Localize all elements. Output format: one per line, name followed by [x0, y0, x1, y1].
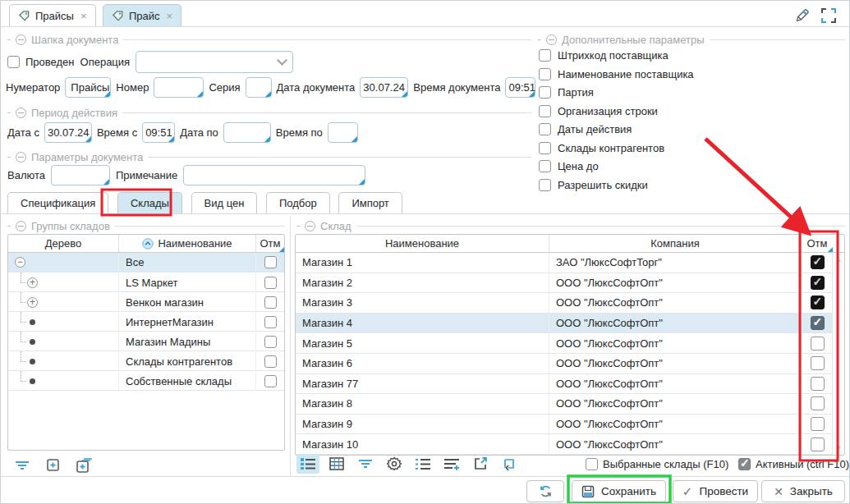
vertical-scrollbar[interactable]: ▲ ▼ [832, 253, 844, 455]
expand-node-icon[interactable] [42, 456, 65, 475]
table-row[interactable]: Магазин 8ООО "ЛюксСофтОпт" [296, 394, 844, 415]
checkbox[interactable] [811, 255, 825, 269]
table-row[interactable]: Магазин 6ООО "ЛюксСофтОпт" [296, 354, 844, 374]
table-row[interactable]: Магазин 4ООО "ЛюксСофтОпт" [296, 314, 844, 334]
option-row[interactable]: Склады контрагентов [539, 142, 694, 154]
open-external-icon[interactable] [469, 454, 492, 474]
tab-vid-cen[interactable]: Вид цен [191, 192, 258, 213]
checkbox[interactable] [811, 377, 825, 391]
checkbox[interactable] [811, 337, 825, 351]
table-row[interactable]: Магазин 10ООО "ЛюксСофтОпт" [296, 434, 844, 455]
currency-field[interactable] [51, 165, 110, 186]
table-row[interactable]: Собственные склады [8, 371, 284, 391]
checkbox[interactable] [811, 356, 825, 370]
option-row[interactable]: Партия [539, 86, 694, 99]
checkbox[interactable] [811, 276, 825, 290]
tab-specifikaciya[interactable]: Спецификация [7, 192, 108, 213]
time-to-field[interactable] [328, 122, 358, 143]
close-button[interactable]: ✕ Закрыть [761, 480, 845, 502]
checkbox[interactable] [539, 105, 551, 117]
list-view-icon[interactable] [296, 454, 319, 474]
checkbox[interactable] [811, 417, 825, 431]
checkbox[interactable] [738, 458, 751, 470]
tab-sklady[interactable]: Склады [117, 192, 182, 213]
column-header-otm[interactable]: Отм [802, 235, 833, 252]
option-row[interactable]: Даты действия [539, 123, 694, 135]
operation-select[interactable] [136, 51, 293, 73]
note-field[interactable] [183, 165, 365, 186]
option-row[interactable]: Разрешить скидки [539, 179, 694, 191]
grid-view-icon[interactable] [325, 454, 348, 474]
table-row[interactable]: Магазин 3ООО "ЛюксСофтОпт" [296, 293, 844, 314]
checkbox[interactable] [264, 296, 277, 309]
expand-node-icon[interactable] [27, 277, 38, 288]
active-option[interactable]: Активный (ctrl F10) [738, 458, 849, 470]
post-button[interactable]: ✓ Провести [673, 480, 758, 502]
column-header-name[interactable]: Наименование [296, 235, 549, 252]
numerator-field[interactable]: Прайсы [65, 77, 111, 98]
collapse-node-icon[interactable] [15, 257, 25, 268]
collapse-icon[interactable] [16, 221, 26, 231]
table-row[interactable]: ИнтернетМагазин [8, 312, 284, 332]
checkbox[interactable] [811, 438, 825, 451]
column-header-name[interactable]: Наименование [119, 235, 256, 252]
table-row[interactable]: Склады контрагентов [8, 351, 284, 371]
number-field[interactable] [154, 77, 204, 98]
table-row[interactable]: LS Маркет [8, 273, 284, 292]
table-row[interactable]: Магазин 5ООО "ЛюксСофтОпт" [296, 333, 844, 354]
column-header-tree[interactable]: Дерево [8, 235, 119, 252]
option-row[interactable]: Штрихкод поставщика [539, 49, 694, 62]
checkbox[interactable] [586, 458, 598, 470]
checkbox[interactable] [539, 86, 551, 99]
checkbox[interactable] [539, 49, 551, 62]
selected-warehouses-option[interactable]: Выбранные склады (F10) [586, 458, 728, 470]
option-row[interactable]: Цена до [539, 160, 694, 172]
checkbox[interactable] [811, 296, 825, 309]
checkbox[interactable] [264, 336, 277, 348]
doc-time-field[interactable]: 09:51 [505, 77, 535, 98]
table-row[interactable]: Венкон магазин [8, 292, 284, 312]
table-row[interactable]: Магазин Мадины [8, 332, 284, 351]
checkbox[interactable] [264, 355, 277, 368]
fullscreen-icon[interactable] [820, 7, 837, 26]
scroll-up-icon[interactable]: ▲ [835, 255, 843, 263]
checkbox[interactable] [811, 396, 825, 410]
close-icon[interactable]: × [167, 10, 173, 22]
table-row[interactable]: Все [8, 253, 284, 273]
tab-praisy[interactable]: Прайсы × [9, 4, 96, 27]
tab-podbor[interactable]: Подбор [266, 192, 330, 213]
table-row[interactable]: Магазин 77ООО "ЛюксСофтОпт" [296, 374, 844, 395]
checkbox[interactable] [264, 256, 277, 268]
scroll-down-icon[interactable]: ▼ [835, 444, 843, 452]
numbered-list-icon[interactable] [411, 454, 434, 474]
checkbox[interactable] [539, 142, 551, 154]
column-header-company[interactable]: Компания [549, 235, 802, 252]
expand-all-icon[interactable] [73, 456, 96, 475]
checkbox[interactable] [264, 375, 277, 387]
checkbox[interactable] [539, 123, 551, 135]
add-row-icon[interactable] [440, 454, 463, 474]
date-from-field[interactable]: 30.07.24 [44, 122, 92, 143]
option-row[interactable]: Организация строки [539, 105, 694, 117]
checkbox[interactable] [539, 179, 551, 191]
settings-gear-icon[interactable] [383, 454, 406, 474]
collapse-icon[interactable] [305, 221, 315, 231]
table-row[interactable]: Магазин 9ООО "ЛюксСофтОпт" [296, 415, 844, 435]
filter-icon[interactable] [354, 454, 377, 474]
collapse-icon[interactable] [546, 34, 557, 45]
expand-node-icon[interactable] [27, 297, 38, 308]
series-field[interactable] [246, 77, 272, 98]
reload-icon[interactable] [498, 454, 521, 474]
time-from-field[interactable]: 09:51 [142, 122, 175, 143]
proveden-checkbox[interactable] [7, 56, 20, 68]
column-header-otm[interactable]: Отм [256, 235, 284, 252]
filter-icon[interactable] [11, 456, 34, 475]
option-row[interactable]: Наименование поставщика [539, 68, 694, 80]
checkbox[interactable] [539, 160, 551, 172]
collapse-icon[interactable] [16, 152, 26, 163]
table-row[interactable]: Магазин 1ЗАО "ЛюксСофтТорг" [296, 253, 844, 273]
collapse-icon[interactable] [16, 34, 26, 45]
date-to-field[interactable] [223, 122, 271, 143]
checkbox[interactable] [264, 277, 277, 289]
checkbox[interactable] [264, 316, 277, 328]
